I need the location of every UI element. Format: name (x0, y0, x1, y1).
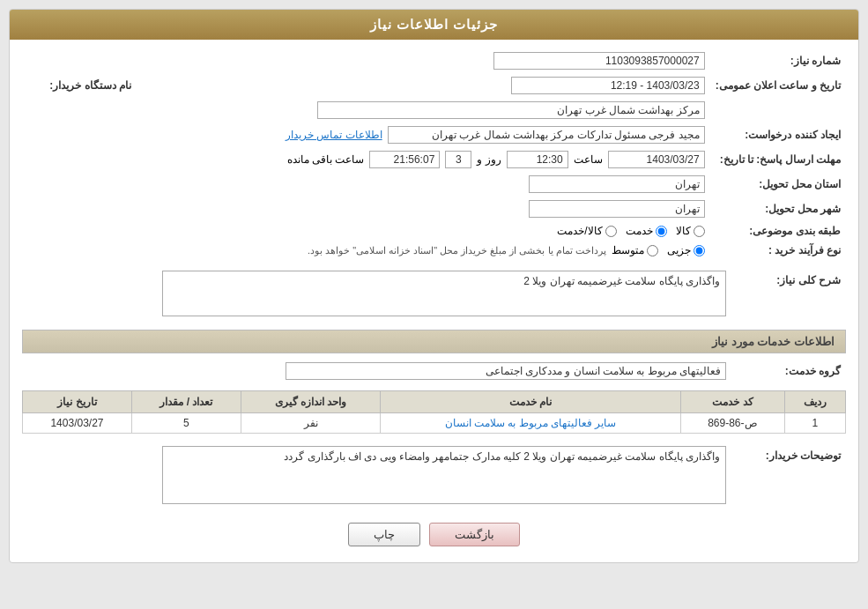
tarikh-saat-label: تاریخ و ساعت اعلان عمومی: (710, 73, 846, 98)
table-row: 1 ص-86-869 سایر فعالیتهای مربوط به سلامت… (23, 413, 846, 434)
back-button[interactable]: بازگشت (429, 523, 520, 546)
namDastgah-label: نام دستگاه خریدار: (22, 73, 137, 98)
shahr-value: تهران (529, 200, 705, 218)
services-table: ردیف کد خدمت نام خدمت واحد اندازه گیری ت… (22, 390, 846, 434)
tarikh-pasokh-value: 1403/03/27 (608, 151, 705, 168)
page-title: جزئیات اطلاعات نیاز (10, 10, 858, 40)
khadamat-section-title: اطلاعات خدمات مورد نیاز (22, 330, 846, 353)
cell-tedad: 5 (131, 413, 241, 434)
sharh-label: شرح کلی نیاز: (731, 267, 846, 323)
toseeh-textarea[interactable] (162, 446, 726, 504)
noeFarayand-note: پرداخت تمام یا بخشی از مبلغ خریداز محل "… (308, 245, 606, 256)
jozii-radio[interactable]: جزیی (667, 244, 705, 256)
kala-radio[interactable]: کالا (676, 225, 705, 237)
col-vahad: واحد اندازه گیری (241, 391, 381, 413)
shahr-label: شهر محل تحویل: (710, 197, 846, 221)
button-group: بازگشت چاپ (22, 523, 846, 546)
shomareNiaz-label: شماره نیاز: (710, 48, 846, 73)
print-button[interactable]: چاپ (348, 523, 420, 546)
ostan-value: تهران (529, 175, 705, 193)
saat-value: 12:30 (507, 151, 568, 168)
motavasset-radio[interactable]: متوسط (612, 244, 658, 256)
rooz-label: روز و (477, 153, 501, 166)
grouh-label: گروه خدمت: (731, 359, 846, 383)
etelaat-tamas-link[interactable]: اطلاعات تماس خریدار (286, 129, 382, 141)
shomareNiaz-value: 1103093857000027 (493, 52, 705, 70)
mande-label: ساعت باقی مانده (287, 153, 365, 166)
cell-nam[interactable]: سایر فعالیتهای مربوط به سلامت انسان (381, 413, 680, 434)
noeFarayand-label: نوع فرآیند خرید : (710, 241, 846, 260)
ijadKonande-label: ایجاد کننده درخواست: (710, 123, 846, 147)
sharh-textarea[interactable] (162, 271, 726, 316)
rooz-value: 3 (445, 151, 471, 168)
ostan-label: استان محل تحویل: (710, 172, 846, 197)
cell-tarikh: 1403/03/27 (23, 413, 132, 434)
saat-label: ساعت (574, 153, 603, 166)
col-tedad: تعداد / مقدار (131, 391, 241, 413)
cell-kod: ص-86-869 (680, 413, 784, 434)
khadamat-radio[interactable]: خدمت (626, 225, 667, 237)
col-nam: نام خدمت (381, 391, 680, 413)
ijadKonande-value: مجید فرجی مسئول تدارکات مرکز بهداشت شمال… (388, 126, 705, 144)
col-kod: کد خدمت (680, 391, 784, 413)
kalaKhadamat-radio[interactable]: کالا/خدمت (557, 225, 616, 237)
col-tarikh: تاریخ نیاز (23, 391, 132, 413)
col-radif: ردیف (784, 391, 845, 413)
toseeh-label: توضیحات خریدار: (731, 442, 846, 510)
grouh-value: فعالیتهای مربوط به سلامت انسان و مددکاری… (286, 362, 726, 380)
mande-value: 21:56:07 (369, 151, 440, 168)
namDastgah-value: مرکز بهداشت شمال غرب تهران (317, 101, 705, 119)
mohlatErsalPasokh-label: مهلت ارسال پاسخ: تا تاریخ: (710, 147, 846, 172)
cell-vahad: نفر (241, 413, 381, 434)
cell-radif: 1 (784, 413, 845, 434)
tabaqe-label: طبقه بندی موضوعی: (710, 221, 846, 241)
tarikh-saat-value: 1403/03/23 - 12:19 (511, 77, 705, 94)
